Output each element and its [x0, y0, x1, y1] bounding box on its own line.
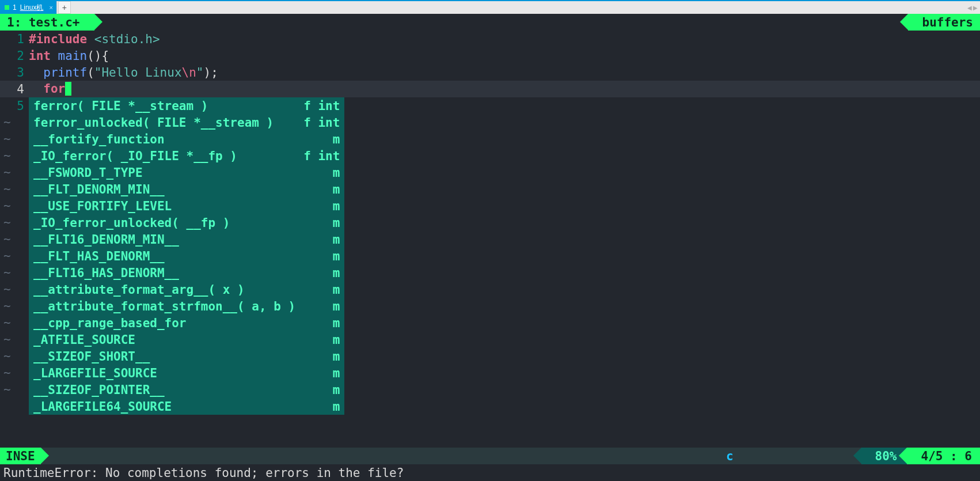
line-number: 5 [0, 99, 29, 113]
code-line-current[interactable]: 4 for [0, 81, 980, 97]
mode-label: INSE [6, 449, 35, 463]
mode-indicator: INSE [0, 448, 41, 464]
line-number: 3 [0, 66, 29, 79]
completion-label: __USE_FORTIFY_LEVEL [33, 199, 295, 213]
completion-kind: f int [295, 149, 340, 163]
completion-label: __SIZEOF_POINTER__ [33, 383, 295, 397]
close-icon[interactable]: × [49, 4, 52, 11]
code-line[interactable]: 2 int main(){ [0, 47, 980, 64]
tilde-line: ~ [0, 198, 29, 214]
tilde-line: ~ [0, 381, 29, 398]
tilde-line: ~ [0, 348, 29, 365]
window-tab[interactable]: 1 Linux机 × [0, 1, 57, 14]
tilde-line: ~ [0, 147, 29, 164]
command-line[interactable]: RuntimeError: No completions found; erro… [0, 464, 980, 481]
completion-kind: m [325, 333, 340, 347]
completion-item[interactable]: __FLT16_DENORM_MIN__ m [29, 231, 344, 248]
tilde-line: ~ [0, 298, 29, 315]
completion-item[interactable]: _LARGEFILE_SOURCE m [29, 365, 344, 381]
completion-item[interactable]: __attribute_format_strfmon__( a, b )m [29, 298, 344, 315]
status-right: 80% 4/5 : 6 [861, 448, 980, 464]
completion-label: __cpp_range_based_for [33, 316, 295, 330]
buffer-indicator[interactable]: buffers [908, 14, 980, 31]
completion-kind: m [325, 366, 340, 380]
tab-next-icon[interactable]: ▶ [973, 5, 978, 11]
completion-label: _ATFILE_SOURCE [33, 333, 295, 347]
window-tab-title: Linux机 [20, 3, 44, 13]
completion-popup[interactable]: ferror( FILE *__stream ) f intferror_unl… [29, 97, 344, 415]
editor-area[interactable]: 1 #include <stdio.h> 2 int main(){ 3 pri… [0, 31, 980, 114]
completion-label: __fortify_function [33, 132, 295, 146]
completion-kind: m [325, 199, 340, 213]
code-text: int main(){ [29, 49, 109, 63]
completion-item[interactable]: _ATFILE_SOURCE m [29, 331, 344, 348]
completion-item[interactable]: ferror_unlocked( FILE *__stream ) f int [29, 114, 344, 131]
completion-item[interactable]: __attribute_format_arg__( x ) m [29, 281, 344, 298]
completion-kind: m [325, 266, 340, 280]
connection-dot-icon [5, 5, 9, 10]
status-middle: c [41, 448, 861, 464]
scroll-percent-label: 80% [875, 449, 897, 463]
tilde-line: ~ [0, 131, 29, 147]
plus-icon: + [62, 3, 67, 12]
completion-item[interactable]: _IO_ferror_unlocked( __fp ) m [29, 214, 344, 231]
completion-kind: m [325, 300, 340, 313]
completion-item[interactable]: _LARGEFILE64_SOURCE m [29, 398, 344, 415]
tab-prev-icon[interactable]: ◀ [967, 5, 972, 11]
completion-item[interactable]: _IO_ferror( _IO_FILE *__fp ) f int [29, 147, 344, 164]
completion-label: __attribute_format_strfmon__( a, b ) [33, 300, 295, 313]
completion-item[interactable]: __FLT_HAS_DENORM__ m [29, 248, 344, 264]
tilde-line: ~ [0, 248, 29, 264]
completion-item[interactable]: __cpp_range_based_for m [29, 315, 344, 331]
tilde-line: ~ [0, 114, 29, 131]
code-line[interactable]: 1 #include <stdio.h> [0, 31, 980, 47]
message-text: RuntimeError: No completions found; erro… [3, 466, 404, 480]
completion-item[interactable]: ferror( FILE *__stream ) f int [29, 97, 344, 114]
completion-label: __FSWORD_T_TYPE [33, 166, 295, 180]
completion-item[interactable]: __FSWORD_T_TYPE m [29, 164, 344, 181]
buffer-tab[interactable]: 1: test.c+ [0, 14, 94, 31]
line-number: 4 [0, 82, 29, 96]
tilde-line: ~ [0, 315, 29, 331]
tilde-line: ~ [0, 331, 29, 348]
completion-kind: m [325, 249, 340, 263]
tilde-line: ~ [0, 164, 29, 181]
completion-item[interactable]: __SIZEOF_SHORT__ m [29, 348, 344, 365]
cursor [65, 82, 71, 96]
completion-label: __FLT16_HAS_DENORM__ [33, 266, 295, 280]
tilde-line: ~ [0, 231, 29, 248]
new-tab-button[interactable]: + [58, 1, 71, 14]
completion-item[interactable]: __SIZEOF_POINTER__ m [29, 381, 344, 398]
completion-label: ferror( FILE *__stream ) [33, 99, 295, 113]
completion-item[interactable]: __USE_FORTIFY_LEVEL m [29, 198, 344, 214]
filetype-label: c [726, 449, 734, 463]
completion-label: __SIZEOF_SHORT__ [33, 350, 295, 363]
completion-label: ferror_unlocked( FILE *__stream ) [33, 116, 295, 130]
code-line[interactable]: 3 printf("Hello Linux\n"); [0, 64, 980, 81]
completion-kind: f int [295, 99, 340, 113]
terminal[interactable]: 1: test.c+ buffers 1 #include <stdio.h> … [0, 14, 980, 481]
cursor-position: 4/5 : 6 [907, 448, 980, 464]
completion-item[interactable]: __FLT16_HAS_DENORM__ m [29, 264, 344, 281]
buffer-line: 1: test.c+ buffers [0, 14, 980, 31]
completion-kind: m [325, 316, 340, 330]
completion-item[interactable]: __fortify_function m [29, 131, 344, 147]
code-text: for [29, 82, 71, 97]
tilde-line: ~ [0, 281, 29, 298]
tilde-line: ~ [0, 181, 29, 198]
completion-kind: f int [295, 116, 340, 130]
completion-kind: m [325, 183, 340, 196]
buffer-tab-label: 1: test.c+ [7, 16, 79, 29]
completion-label: __FLT16_DENORM_MIN__ [33, 233, 295, 247]
completion-kind: m [325, 233, 340, 247]
window-tab-bar: 1 Linux机 × + ◀ ▶ [0, 0, 980, 14]
completion-label: _LARGEFILE64_SOURCE [33, 400, 295, 414]
filetype-indicator: c [719, 448, 740, 464]
completion-item[interactable]: __FLT_DENORM_MIN__ m [29, 181, 344, 198]
window-tab-nav: ◀ ▶ [967, 1, 980, 14]
completion-kind: m [325, 383, 340, 397]
completion-label: _LARGEFILE_SOURCE [33, 366, 295, 380]
completion-label: _IO_ferror_unlocked( __fp ) [33, 216, 295, 230]
completion-label: __attribute_format_arg__( x ) [33, 283, 295, 297]
empty-lines: ~~~~~~~~~~~~~~~~~ [0, 114, 29, 398]
